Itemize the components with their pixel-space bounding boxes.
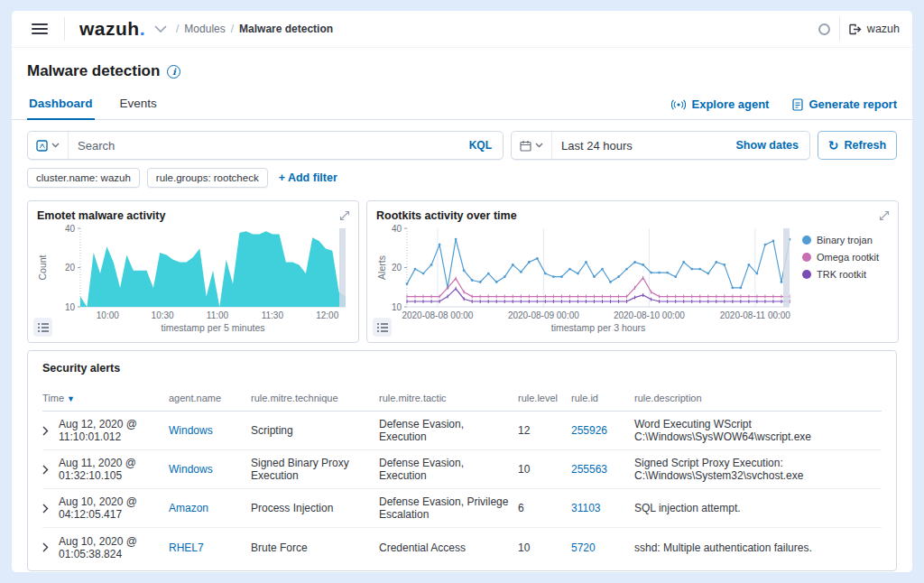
- filter-pill-cluster-name[interactable]: cluster.name: wazuh: [27, 168, 140, 188]
- column-header-rule-id: rule.id: [571, 393, 634, 403]
- expand-icon[interactable]: [879, 208, 890, 225]
- search-bar: KQL: [27, 131, 504, 160]
- table-row[interactable]: Aug 10, 2020 @ 04:12:05.417AmazonProcess…: [42, 489, 882, 528]
- table-row[interactable]: Aug 11, 2020 @ 01:32:10.105WindowsSigned…: [42, 450, 882, 489]
- svg-text:2020-08-11 00:00: 2020-08-11 00:00: [720, 310, 791, 320]
- description-cell: Word Executing WScript C:\Windows\SysWOW…: [634, 418, 882, 443]
- legend-dot: [802, 236, 811, 245]
- chart-legend: Binary trojanOmega rootkitTRK rootkit: [797, 222, 891, 334]
- chart-title: Rootkits activity over time: [376, 209, 891, 222]
- calendar-icon: [520, 140, 531, 152]
- svg-text:12:00: 12:00: [316, 310, 338, 320]
- divider: [839, 17, 840, 41]
- svg-text:20: 20: [392, 263, 402, 273]
- app-window: wazuh. / Modules / Malware detection waz…: [12, 11, 912, 572]
- rule-id-link[interactable]: 31103: [571, 502, 634, 514]
- top-navbar: wazuh. / Modules / Malware detection waz…: [12, 11, 912, 48]
- tab-events[interactable]: Events: [118, 89, 159, 120]
- legend-toggle-icon[interactable]: [33, 318, 52, 337]
- svg-text:10: 10: [392, 302, 402, 312]
- panel-security-alerts: Security alerts Time▼ agent.name rule.mi…: [27, 350, 897, 571]
- panel-emotet-malware-activity: Emotet malware activity 10204010:0010:30…: [27, 200, 359, 343]
- svg-text:timestamp per 3 hours: timestamp per 3 hours: [551, 322, 645, 333]
- info-icon[interactable]: i: [167, 65, 180, 79]
- panel-rootkits-activity: Rootkits activity over time 1020402020-0…: [366, 200, 899, 343]
- agent-name-link[interactable]: Windows: [169, 463, 251, 476]
- column-header-time[interactable]: Time▼: [42, 393, 169, 403]
- technique-cell: Brute Force: [251, 541, 379, 554]
- tactic-cell: Defense Evasion, Execution: [379, 457, 518, 482]
- wazuh-logo[interactable]: wazuh.: [79, 18, 145, 40]
- breadcrumb: / Modules / Malware detection: [176, 23, 333, 35]
- svg-text:10:00: 10:00: [97, 310, 119, 320]
- legend-label: TRK rootkit: [817, 269, 866, 280]
- expand-row-icon[interactable]: [42, 542, 59, 552]
- saved-query-menu[interactable]: [28, 132, 69, 159]
- table-row[interactable]: Aug 10, 2020 @ 01:05:38.824RHEL7Brute Fo…: [42, 528, 882, 567]
- chevron-down-icon[interactable]: [154, 21, 167, 37]
- agent-name-link[interactable]: RHEL7: [169, 541, 251, 554]
- rule-id-link[interactable]: 5720: [571, 541, 634, 554]
- search-input[interactable]: [69, 139, 458, 153]
- time-cell: Aug 10, 2020 @ 04:12:05.417: [59, 495, 169, 521]
- legend-dot: [802, 270, 811, 279]
- health-status-icon[interactable]: [818, 23, 830, 35]
- svg-text:2020-08-08 00:00: 2020-08-08 00:00: [402, 310, 473, 320]
- breadcrumb-modules[interactable]: Modules: [184, 23, 225, 35]
- legend-toggle-icon[interactable]: [373, 318, 392, 337]
- show-dates-button[interactable]: Show dates: [725, 139, 809, 152]
- rule-id-link[interactable]: 255563: [571, 463, 634, 476]
- expand-row-icon[interactable]: [42, 426, 59, 436]
- query-language-button[interactable]: KQL: [458, 139, 503, 152]
- legend-item[interactable]: Binary trojan: [802, 235, 891, 245]
- date-range-value[interactable]: Last 24 hours: [552, 139, 725, 153]
- time-cell: Aug 11, 2020 @ 01:32:10.105: [59, 457, 169, 482]
- legend-label: Omega rootkit: [817, 252, 879, 263]
- svg-text:Count: Count: [37, 254, 48, 280]
- column-header-rule-level: rule.level: [518, 393, 571, 403]
- alerts-title: Security alerts: [42, 362, 882, 387]
- divider: [64, 17, 65, 41]
- report-icon: [792, 98, 803, 111]
- svg-text:10: 10: [65, 302, 76, 312]
- user-menu[interactable]: wazuh: [849, 23, 900, 35]
- expand-row-icon[interactable]: [42, 465, 59, 475]
- explore-agent-button[interactable]: Explore agent: [671, 97, 769, 111]
- legend-item[interactable]: Omega rootkit: [802, 252, 891, 263]
- refresh-button[interactable]: ↻ Refresh: [818, 131, 897, 160]
- agent-name-link[interactable]: Windows: [169, 424, 251, 437]
- alerts-table-body: Aug 12, 2020 @ 11:10:01.012WindowsScript…: [42, 412, 882, 567]
- sort-down-icon: ▼: [67, 394, 75, 403]
- agent-name-link[interactable]: Amazon: [169, 502, 251, 514]
- svg-text:40: 40: [392, 224, 402, 234]
- legend-label: Binary trojan: [817, 235, 873, 245]
- breadcrumb-current: Malware detection: [239, 23, 333, 35]
- calendar-menu[interactable]: [512, 132, 552, 159]
- user-name: wazuh: [867, 23, 900, 35]
- table-row[interactable]: Aug 12, 2020 @ 11:10:01.012WindowsScript…: [42, 412, 882, 450]
- tactic-cell: Defense Evasion, Privilege Escalation: [379, 495, 518, 521]
- technique-cell: Process Injection: [251, 502, 379, 514]
- column-header-rule-description: rule.description: [634, 393, 882, 403]
- svg-text:40: 40: [65, 224, 76, 234]
- svg-text:2020-08-09 00:00: 2020-08-09 00:00: [508, 310, 579, 320]
- expand-row-icon[interactable]: [42, 504, 59, 514]
- add-filter-button[interactable]: + Add filter: [279, 171, 337, 184]
- signal-icon: [671, 99, 686, 110]
- legend-dot: [802, 253, 811, 262]
- tab-dashboard[interactable]: Dashboard: [27, 89, 95, 120]
- svg-text:10:30: 10:30: [152, 310, 174, 320]
- generate-report-button[interactable]: Generate report: [792, 97, 897, 111]
- filter-pill-rule-groups[interactable]: rule.groups: rootcheck: [147, 168, 268, 188]
- rule-id-link[interactable]: 255926: [571, 424, 634, 437]
- legend-item[interactable]: TRK rootkit: [802, 269, 891, 280]
- level-cell: 12: [518, 424, 571, 437]
- level-cell: 10: [518, 463, 571, 476]
- expand-icon[interactable]: [339, 208, 350, 225]
- logout-icon: [849, 23, 862, 35]
- description-cell: Signed Script Proxy Execution: C:\Window…: [634, 457, 882, 482]
- description-cell: SQL injection attempt.: [634, 502, 882, 514]
- level-cell: 6: [518, 502, 571, 514]
- menu-icon[interactable]: [24, 15, 55, 42]
- level-cell: 10: [518, 541, 571, 554]
